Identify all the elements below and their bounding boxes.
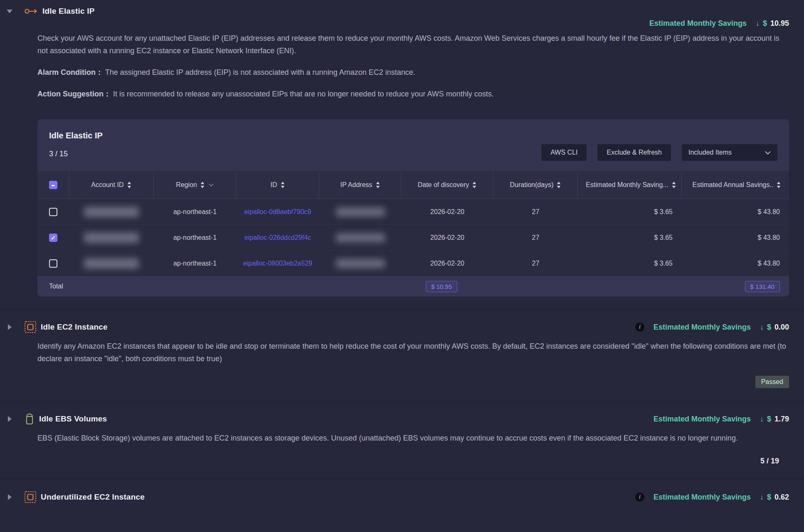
sort-icon[interactable] [127,182,131,188]
column-label: Region [176,181,197,189]
expand-caret-icon[interactable] [6,324,13,330]
section-title: Idle EC2 Instance [41,323,108,332]
column-label: Duration(days) [510,181,554,189]
column-header-ip-address[interactable]: IP Address [319,171,401,199]
table-body: ap-northeast-1 eipalloc-0d8aebf790c9 202… [37,199,789,276]
collapse-caret-icon[interactable] [6,10,13,13]
annual-saving-cell: $ 43.80 [682,260,789,267]
column-label: Estimated Annual Savings.. [693,181,774,189]
savings-currency: $ [767,415,771,424]
passed-badge: Passed [755,376,789,388]
sort-icon[interactable] [200,182,205,188]
card-title: Idle Elastic IP [49,131,103,140]
sort-icon[interactable] [281,182,285,188]
sort-icon[interactable] [472,182,476,188]
sort-icon[interactable] [557,182,561,188]
sort-icon[interactable] [672,182,676,188]
filter-chevron-icon[interactable] [209,183,214,187]
date-cell: 2026-02-20 [401,234,493,241]
column-label: IP Address [340,181,372,189]
savings-amount: 1.79 [774,415,789,424]
column-header-region[interactable]: Region [154,171,236,199]
alarm-condition-text: The assigned Elastic IP address (EIP) is… [105,68,415,76]
date-cell: 2026-02-20 [401,208,493,216]
info-icon[interactable]: i [635,493,644,502]
ec2-chip-icon [24,321,37,333]
column-header-duration-days[interactable]: Duration(days) [493,171,578,199]
table-row: ap-northeast-1 eipalloc-08003eb2a529 202… [37,251,789,276]
table-row: ap-northeast-1 eipalloc-0d8aebf790c9 202… [37,199,789,225]
sort-icon[interactable] [777,182,781,188]
column-header-estimated-annual-savings[interactable]: Estimated Annual Savings.. [682,171,789,199]
ebs-volume-icon [24,413,35,425]
dropdown-value: Included Items [688,149,732,156]
chevron-down-icon [765,149,771,156]
section-idle-ec2-instance: Idle EC2 Instance i Estimated Monthly Sa… [0,310,804,388]
section-description: EBS (Elastic Block Storage) volumes are … [37,432,787,444]
savings-amount: 10.95 [770,19,789,28]
down-arrow-icon: ↓ [760,323,764,332]
ec2-chip-icon [24,491,37,503]
savings-currency: $ [767,493,771,502]
section-idle-ebs-volumes: Idle EBS Volumes Estimated Monthly Savin… [0,402,804,466]
column-label: Date of discovery [418,181,469,189]
expand-caret-icon[interactable] [6,416,13,422]
section-title: Idle Elastic IP [42,7,95,16]
pagination-indicator: 5 / 19 [760,457,779,466]
savings-label: Estimated Monthly Savings [654,415,751,424]
savings-label: Estimated Monthly Savings [654,493,751,502]
elastic-ip-icon [24,7,38,16]
down-arrow-icon: ↓ [760,493,764,502]
column-header-id[interactable]: ID [236,171,319,199]
alarm-condition-label: Alarm Condition： [37,68,103,76]
ip-address-redacted [336,207,385,217]
savings-label: Estimated Monthly Savings [654,323,751,332]
total-label: Total [37,283,363,290]
aws-cli-button[interactable]: AWS CLI [541,144,587,161]
region-cell: ap-northeast-1 [154,260,236,267]
included-items-dropdown[interactable]: Included Items [682,144,777,161]
column-header-estimated-monthly-saving[interactable]: Estimated Monthly Saving... [578,171,682,199]
eip-id-link[interactable]: eipalloc-0d8aebf790c9 [244,208,311,216]
savings-currency: $ [767,323,771,332]
savings-label: Estimated Monthly Savings [649,19,747,28]
select-all-checkbox[interactable] [49,181,57,189]
action-suggestion-line: Action Suggestion： It is recommended to … [37,88,787,100]
eip-id-link[interactable]: eipalloc-026ddcd29f4c [244,234,311,241]
expand-caret-icon[interactable] [6,494,13,500]
monthly-saving-cell: $ 3.65 [578,260,682,267]
table-total-row: Total $ 10.95 $ 131.40 [37,276,789,296]
total-monthly-badge: $ 10.95 [426,281,457,292]
row-checkbox[interactable] [49,208,57,216]
savings-summary: Estimated Monthly Savings ↓ $ 10.95 [649,19,789,28]
down-arrow-icon: ↓ [756,19,760,28]
column-header-date-of-discovery[interactable]: Date of discovery [401,171,493,199]
action-suggestion-text: It is recommended to release any unassoc… [113,90,494,98]
eip-id-link[interactable]: eipalloc-08003eb2a529 [243,260,312,267]
cost-optimizer-page: Idle Elastic IP Estimated Monthly Saving… [0,0,804,532]
annual-saving-cell: $ 43.80 [682,208,789,216]
exclude-refresh-button[interactable]: Exclude & Refresh [597,144,671,161]
row-checkbox[interactable] [49,234,57,242]
row-checkbox[interactable] [49,259,57,268]
card-actions: AWS CLI Exclude & Refresh Included Items [541,144,777,161]
action-suggestion-label: Action Suggestion： [37,90,111,98]
column-label: ID [271,181,277,189]
column-header-account-id[interactable]: Account ID [69,171,154,199]
info-icon[interactable]: i [635,323,644,332]
section-title: Idle EBS Volumes [39,414,107,424]
region-cell: ap-northeast-1 [154,234,236,241]
sort-icon[interactable] [376,182,380,188]
section-underutilized-ec2-instance: Underutilized EC2 Instance i Estimated M… [0,479,804,503]
account-id-redacted [84,258,139,269]
duration-cell: 27 [493,208,578,216]
table-row: ap-northeast-1 eipalloc-026ddcd29f4c 202… [37,225,789,251]
savings-currency: $ [763,19,767,28]
annual-saving-cell: $ 43.80 [682,234,789,241]
account-id-redacted [84,232,139,243]
monthly-saving-cell: $ 3.65 [578,208,682,216]
section-title: Underutilized EC2 Instance [41,493,145,502]
select-all-cell [37,171,69,199]
section-description: Check your AWS account for any unattache… [37,32,787,57]
duration-cell: 27 [493,234,578,241]
